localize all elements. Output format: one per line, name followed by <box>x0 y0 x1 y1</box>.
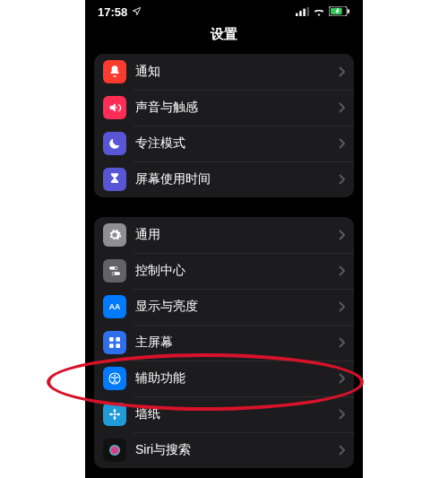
settings-row-label: 主屏幕 <box>135 335 338 351</box>
chevron-right-icon <box>338 445 345 456</box>
svg-point-23 <box>109 445 120 456</box>
settings-row-label: 屏幕使用时间 <box>135 171 338 187</box>
svg-point-21 <box>109 413 113 416</box>
settings-row-label: 声音与触感 <box>135 100 338 116</box>
siri-icon <box>103 439 126 462</box>
settings-row-controlcenter[interactable]: 控制中心 <box>94 253 354 289</box>
settings-row-display[interactable]: AA显示与亮度 <box>94 289 354 325</box>
status-bar: 17:58 <box>85 0 363 21</box>
chevron-right-icon <box>338 373 345 384</box>
svg-point-22 <box>116 413 120 416</box>
bell-icon <box>103 60 126 83</box>
settings-row-siri[interactable]: Siri与搜索 <box>94 432 354 468</box>
settings-row-focus[interactable]: 专注模式 <box>94 126 354 161</box>
chevron-right-icon <box>338 409 345 420</box>
chevron-right-icon <box>338 138 345 149</box>
chevron-right-icon <box>338 102 345 113</box>
settings-row-label: 显示与亮度 <box>135 299 338 315</box>
gear-icon <box>103 223 126 247</box>
svg-point-17 <box>114 375 116 377</box>
wifi-icon <box>313 5 325 19</box>
svg-point-20 <box>114 416 116 420</box>
svg-rect-1 <box>299 11 302 16</box>
phone-screen: 17:58 设置 通知声音与触感专注模式屏幕使用时间通用控制中心AA显示与亮度主… <box>85 0 363 478</box>
svg-rect-15 <box>116 343 120 348</box>
aa-icon: AA <box>103 295 126 318</box>
settings-row-screentime[interactable]: 屏幕使用时间 <box>94 161 354 197</box>
settings-row-sounds[interactable]: 声音与触感 <box>94 90 354 126</box>
svg-rect-0 <box>296 13 298 16</box>
battery-icon <box>329 5 350 19</box>
settings-row-general[interactable]: 通用 <box>94 217 354 253</box>
signal-icon <box>296 5 309 19</box>
svg-point-8 <box>115 267 117 270</box>
settings-row-label: 通用 <box>135 227 338 243</box>
settings-row-accessibility[interactable]: 辅助功能 <box>94 361 354 396</box>
settings-row-label: 控制中心 <box>135 263 338 279</box>
chevron-right-icon <box>338 301 345 312</box>
settings-group: 通知声音与触感专注模式屏幕使用时间 <box>94 54 354 197</box>
chevron-right-icon <box>338 66 345 77</box>
switches-icon <box>103 259 126 282</box>
settings-row-label: 墙纸 <box>135 406 338 422</box>
chevron-right-icon <box>338 337 345 348</box>
accessibility-icon <box>103 367 126 390</box>
settings-row-wallpaper[interactable]: 墙纸 <box>94 396 354 432</box>
svg-point-19 <box>114 409 116 413</box>
chevron-right-icon <box>338 174 345 185</box>
settings-row-label: 辅助功能 <box>135 370 338 387</box>
settings-group: 通用控制中心AA显示与亮度主屏幕辅助功能墙纸Siri与搜索 <box>94 217 354 468</box>
svg-point-10 <box>112 273 115 275</box>
svg-rect-14 <box>109 343 114 348</box>
svg-rect-6 <box>348 9 349 13</box>
moon-icon <box>103 132 126 155</box>
svg-text:AA: AA <box>109 302 121 311</box>
settings-row-notifications[interactable]: 通知 <box>94 54 354 90</box>
grid-icon <box>103 331 126 354</box>
status-time: 17:58 <box>98 5 127 19</box>
svg-rect-12 <box>109 337 114 342</box>
chevron-right-icon <box>338 265 345 276</box>
flower-icon <box>103 403 126 426</box>
settings-row-label: 专注模式 <box>135 135 338 152</box>
svg-rect-3 <box>307 7 310 16</box>
settings-row-label: Siri与搜索 <box>135 442 338 458</box>
speaker-icon <box>103 96 126 119</box>
svg-point-18 <box>114 413 116 416</box>
settings-scroll[interactable]: 通知声音与触感专注模式屏幕使用时间通用控制中心AA显示与亮度主屏幕辅助功能墙纸S… <box>85 54 363 478</box>
svg-rect-13 <box>116 337 120 342</box>
chevron-right-icon <box>338 230 345 240</box>
svg-rect-2 <box>303 9 306 16</box>
location-icon <box>132 5 142 19</box>
settings-row-homescreen[interactable]: 主屏幕 <box>94 325 354 361</box>
page-title: 设置 <box>85 21 363 54</box>
settings-row-label: 通知 <box>135 64 338 80</box>
hourglass-icon <box>103 168 126 191</box>
